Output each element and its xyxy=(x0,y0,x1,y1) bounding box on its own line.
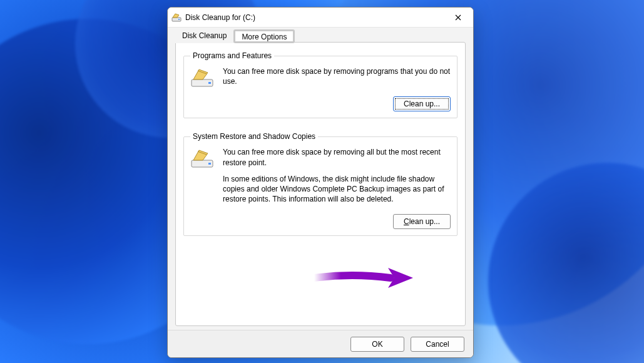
drive-brush-icon xyxy=(190,147,215,170)
dialog-footer: OK Cancel xyxy=(168,330,473,357)
drive-brush-icon xyxy=(190,66,215,89)
group-description: You can free more disk space by removing… xyxy=(223,147,451,210)
group-programs-and-features: Programs and Features You can free more … xyxy=(183,51,457,118)
description-text: You can free more disk space by removing… xyxy=(223,66,451,86)
cleanup-programs-button[interactable]: Clean up... xyxy=(393,96,451,111)
tab-strip: Disk Cleanup More Options xyxy=(168,28,473,43)
tab-label: Disk Cleanup xyxy=(182,31,227,40)
description-text-1: You can free more disk space by removing… xyxy=(223,147,451,167)
button-accel: C xyxy=(404,217,409,226)
button-label: OK xyxy=(372,340,382,349)
cancel-button[interactable]: Cancel xyxy=(411,337,464,352)
window-title: Disk Cleanup for (C:) xyxy=(185,13,255,22)
ok-button[interactable]: OK xyxy=(350,337,404,352)
svg-rect-5 xyxy=(208,163,211,165)
button-rest: lean up... xyxy=(409,217,440,226)
description-text-2: In some editions of Windows, the disk mi… xyxy=(223,174,451,205)
button-label: Cancel xyxy=(426,340,449,349)
cleanup-restore-button[interactable]: Clean up... xyxy=(393,214,451,229)
tab-label: More Options xyxy=(242,33,287,41)
button-label: Clean up xyxy=(404,100,434,108)
close-button[interactable] xyxy=(446,9,471,26)
disk-cleanup-dialog: Disk Cleanup for (C:) Disk Cleanup More … xyxy=(167,7,474,358)
button-suffix: ... xyxy=(434,100,440,108)
svg-rect-3 xyxy=(208,82,211,84)
group-legend: Programs and Features xyxy=(190,51,274,60)
svg-rect-1 xyxy=(178,19,180,20)
tab-disk-cleanup[interactable]: Disk Cleanup xyxy=(175,29,233,43)
close-icon xyxy=(455,14,461,21)
desktop-wallpaper: Disk Cleanup for (C:) Disk Cleanup More … xyxy=(0,0,644,363)
titlebar[interactable]: Disk Cleanup for (C:) xyxy=(168,8,473,28)
group-legend: System Restore and Shadow Copies xyxy=(190,132,318,141)
group-description: You can free more disk space by removing… xyxy=(223,66,451,93)
disk-cleanup-icon xyxy=(171,13,181,23)
tab-panel-more-options: Programs and Features You can free more … xyxy=(175,42,466,326)
tab-more-options[interactable]: More Options xyxy=(233,29,295,43)
group-system-restore: System Restore and Shadow Copies You can… xyxy=(183,132,457,236)
